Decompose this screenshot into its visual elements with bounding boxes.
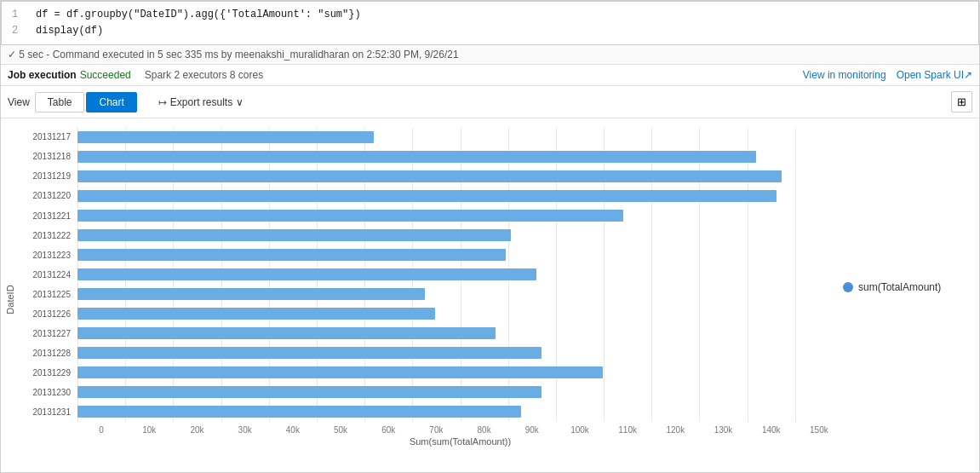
bar-row: 20131228 [20, 345, 843, 361]
line-number-2: 2 [12, 23, 26, 39]
spark-info: Spark 2 executors 8 cores [145, 69, 263, 81]
bar-track [77, 190, 843, 202]
bar-row: 20131223 [20, 247, 843, 262]
bar-fill [77, 210, 623, 222]
bar-fill [77, 170, 782, 182]
bar-row: 20131227 [20, 326, 843, 341]
bar-label: 20131217 [20, 132, 71, 141]
export-results-button[interactable]: ↦ Export results ∨ [149, 92, 253, 112]
x-tick: 70k [412, 425, 460, 435]
x-tick: 150k [795, 425, 843, 435]
chart-inner: 2013121720131218201312192013122020131221… [20, 127, 979, 447]
bar-label: 20131231 [20, 407, 71, 417]
code-block: 1 df = df.groupby("DateID").agg({'TotalA… [1, 1, 979, 45]
bar-fill [77, 308, 435, 320]
x-tick: 130k [699, 425, 747, 435]
bar-label: 20131227 [20, 329, 71, 338]
chart-settings-icon: ⊞ [957, 95, 966, 108]
x-tick: 30k [221, 425, 269, 435]
x-tick: 80k [461, 425, 508, 435]
bar-fill [77, 131, 374, 143]
status-text: ✓ 5 sec - Command executed in 5 sec 335 … [8, 49, 459, 61]
bar-track [77, 229, 843, 241]
bar-track [77, 268, 843, 280]
bar-track [77, 151, 843, 163]
chart-settings-button[interactable]: ⊞ [951, 91, 972, 112]
bar-label: 20131229 [20, 368, 71, 378]
x-axis-ticks: 010k20k30k40k50k60k70k80k90k100k110k120k… [20, 422, 979, 435]
bar-track [77, 308, 843, 320]
bar-row: 20131225 [20, 286, 843, 302]
bar-fill [77, 268, 536, 280]
legend-label: sum(TotalAmount) [858, 281, 941, 293]
bar-label: 20131219 [20, 171, 71, 181]
line-number-1: 1 [12, 7, 26, 23]
bar-fill [77, 406, 521, 418]
chart-legend: sum(TotalAmount) [843, 281, 971, 293]
bar-row: 20131226 [20, 306, 843, 321]
job-bar: Job execution Succeeded Spark 2 executor… [1, 65, 979, 86]
open-spark-link[interactable]: Open Spark UI↗ [897, 69, 972, 81]
bar-fill [77, 229, 511, 241]
bar-fill [77, 347, 542, 359]
bar-fill [77, 366, 603, 378]
bar-row: 20131218 [20, 149, 843, 164]
bar-row: 20131219 [20, 169, 843, 184]
bar-track [77, 131, 843, 143]
x-axis-label: Sum(sum(TotalAmount)) [20, 436, 979, 447]
export-icon: ↦ [158, 96, 167, 108]
x-tick: 20k [173, 425, 221, 435]
export-chevron-icon: ∨ [236, 96, 244, 108]
execution-status: ✓ 5 sec - Command executed in 5 sec 335 … [1, 45, 979, 65]
x-tick: 120k [651, 425, 699, 435]
bar-track [77, 288, 843, 300]
bar-row: 20131220 [20, 188, 843, 204]
bar-track [77, 366, 843, 378]
bar-row: 20131231 [20, 404, 843, 419]
bar-label: 20131223 [20, 251, 71, 260]
bar-row: 20131230 [20, 384, 843, 400]
x-tick: 0 [77, 425, 125, 435]
bar-row: 20131221 [20, 208, 843, 223]
job-bar-right: View in monitoring Open Spark UI↗ [803, 69, 972, 81]
bar-label: 20131226 [20, 309, 71, 319]
bar-track [77, 347, 843, 359]
bar-row: 20131229 [20, 365, 843, 380]
bar-label: 20131221 [20, 211, 71, 221]
bar-track [77, 210, 843, 222]
bar-fill [77, 386, 542, 398]
x-tick: 60k [364, 425, 412, 435]
x-tick: 110k [604, 425, 651, 435]
chart-area: DateID 201312172013121820131219201312202… [1, 118, 979, 472]
x-tick: 90k [508, 425, 556, 435]
code-text-2: display(df) [36, 23, 103, 39]
export-label: Export results [170, 96, 232, 108]
bar-label: 20131228 [20, 349, 71, 358]
bar-fill [77, 190, 777, 202]
bar-label: 20131222 [20, 231, 71, 240]
bar-fill [77, 288, 425, 300]
bar-track [77, 327, 843, 339]
bar-fill [77, 249, 506, 261]
bar-label: 20131220 [20, 191, 71, 200]
x-tick: 140k [748, 425, 795, 435]
view-monitoring-link[interactable]: View in monitoring [803, 69, 886, 81]
bar-label: 20131218 [20, 152, 71, 161]
bar-label: 20131225 [20, 290, 71, 299]
code-line-1: 1 df = df.groupby("DateID").agg({'TotalA… [12, 7, 968, 23]
x-tick: 10k [125, 425, 173, 435]
chart-tab-button[interactable]: Chart [86, 92, 136, 112]
view-label: View [8, 96, 30, 108]
bar-row: 20131224 [20, 267, 843, 282]
job-status: Succeeded [80, 69, 131, 81]
bar-track [77, 249, 843, 261]
x-tick: 100k [556, 425, 604, 435]
job-label: Job execution [8, 69, 77, 81]
table-tab-button[interactable]: Table [35, 92, 85, 112]
bar-label: 20131230 [20, 388, 71, 397]
bar-label: 20131224 [20, 270, 71, 280]
x-tick: 40k [269, 425, 317, 435]
code-line-2: 2 display(df) [12, 23, 968, 39]
view-bar: View Table Chart ↦ Export results ∨ ⊞ [1, 86, 979, 118]
bar-track [77, 170, 843, 182]
